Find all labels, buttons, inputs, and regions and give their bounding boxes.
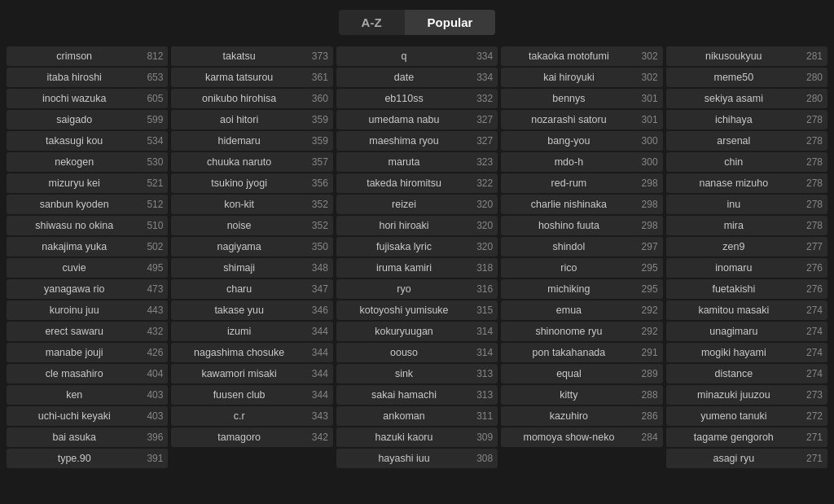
- list-item[interactable]: manabe jouji426: [7, 343, 168, 362]
- list-item[interactable]: onikubo hirohisa360: [171, 89, 332, 108]
- list-item[interactable]: kazuhiro286: [501, 406, 662, 426]
- list-item[interactable]: red-rum298: [501, 173, 662, 193]
- list-item[interactable]: kotoyoshi yumisuke315: [336, 300, 498, 320]
- list-item[interactable]: yumeno tanuki272: [666, 406, 827, 426]
- list-item[interactable]: chin278: [666, 152, 827, 172]
- list-item[interactable]: sanbun kyoden512: [7, 195, 168, 214]
- list-item[interactable]: tagame gengoroh271: [666, 427, 827, 447]
- list-item[interactable]: kon-kit352: [171, 195, 332, 214]
- list-item[interactable]: mdo-h300: [501, 152, 662, 172]
- list-item[interactable]: izumi344: [171, 322, 332, 341]
- list-item[interactable]: nagashima chosuke344: [171, 343, 332, 362]
- list-item[interactable]: aoi hitori359: [171, 110, 332, 129]
- list-item[interactable]: takaoka motofumi302: [501, 46, 662, 66]
- list-item[interactable]: takatsu373: [171, 46, 332, 66]
- tab-popular[interactable]: Popular: [405, 10, 496, 35]
- list-item[interactable]: meme50280: [666, 68, 827, 87]
- list-item[interactable]: tamagoro342: [171, 427, 332, 447]
- list-item[interactable]: zen9277: [666, 237, 827, 256]
- list-item[interactable]: emua292: [501, 300, 662, 320]
- list-item[interactable]: equal289: [501, 364, 662, 383]
- list-item[interactable]: hidemaru359: [171, 131, 332, 151]
- list-item[interactable]: noise352: [171, 216, 332, 235]
- list-item[interactable]: mira278: [666, 216, 827, 235]
- list-item[interactable]: rico295: [501, 258, 662, 278]
- list-item[interactable]: takasugi kou534: [7, 131, 168, 151]
- list-item[interactable]: nikusoukyuu281: [666, 46, 827, 66]
- list-item[interactable]: iruma kamiri318: [336, 258, 498, 278]
- list-item[interactable]: q334: [336, 46, 498, 66]
- list-item[interactable]: kuroinu juu443: [7, 300, 168, 320]
- list-item[interactable]: bang-you300: [501, 131, 662, 151]
- list-item[interactable]: ankoman311: [336, 406, 498, 426]
- list-item[interactable]: type.90391: [7, 449, 168, 468]
- list-item[interactable]: nekogen530: [7, 152, 168, 172]
- list-item[interactable]: shindol297: [501, 237, 662, 256]
- list-item[interactable]: yanagawa rio473: [7, 279, 168, 299]
- list-item[interactable]: unagimaru274: [666, 322, 827, 341]
- list-item[interactable]: cuvie495: [7, 258, 168, 278]
- list-item[interactable]: inu278: [666, 195, 827, 214]
- list-item[interactable]: maruta323: [336, 152, 498, 172]
- list-item[interactable]: mizuryu kei521: [7, 173, 168, 193]
- tab-az[interactable]: A-Z: [339, 10, 405, 35]
- list-item[interactable]: shimaji348: [171, 258, 332, 278]
- list-item[interactable]: reizei320: [336, 195, 498, 214]
- list-item[interactable]: takeda hiromitsu322: [336, 173, 498, 193]
- list-item[interactable]: nanase mizuho278: [666, 173, 827, 193]
- list-item[interactable]: nakajima yuka502: [7, 237, 168, 256]
- list-item[interactable]: maeshima ryou327: [336, 131, 498, 151]
- list-item[interactable]: hori hiroaki320: [336, 216, 498, 235]
- list-item[interactable]: fuusen club344: [171, 385, 332, 405]
- list-item[interactable]: shinonome ryu292: [501, 322, 662, 341]
- list-item[interactable]: kokuryuugan314: [336, 322, 498, 341]
- list-item[interactable]: cle masahiro404: [7, 364, 168, 383]
- list-item[interactable]: kamitou masaki274: [666, 300, 827, 320]
- list-item[interactable]: kawamori misaki344: [171, 364, 332, 383]
- list-item[interactable]: arsenal278: [666, 131, 827, 151]
- list-item[interactable]: bai asuka396: [7, 427, 168, 447]
- list-item[interactable]: takase yuu346: [171, 300, 332, 320]
- list-item[interactable]: asagi ryu271: [666, 449, 827, 468]
- list-item[interactable]: karma tatsurou361: [171, 68, 332, 87]
- list-item[interactable]: fujisaka lyric320: [336, 237, 498, 256]
- list-item[interactable]: distance274: [666, 364, 827, 383]
- list-item[interactable]: pon takahanada291: [501, 343, 662, 362]
- list-item[interactable]: uchi-uchi keyaki403: [7, 406, 168, 426]
- list-item[interactable]: tsukino jyogi356: [171, 173, 332, 193]
- list-item[interactable]: umedama nabu327: [336, 110, 498, 129]
- list-item[interactable]: kitty288: [501, 385, 662, 405]
- list-item[interactable]: sink313: [336, 364, 498, 383]
- list-item[interactable]: sekiya asami280: [666, 89, 827, 108]
- list-item[interactable]: ryo316: [336, 279, 498, 299]
- list-item[interactable]: eb110ss332: [336, 89, 498, 108]
- list-item[interactable]: sakai hamachi313: [336, 385, 498, 405]
- list-item[interactable]: chuuka naruto357: [171, 152, 332, 172]
- list-item[interactable]: crimson812: [7, 46, 168, 66]
- list-item[interactable]: date334: [336, 68, 498, 87]
- list-item[interactable]: nagiyama350: [171, 237, 332, 256]
- list-item[interactable]: michiking295: [501, 279, 662, 299]
- list-item[interactable]: nozarashi satoru301: [501, 110, 662, 129]
- list-item[interactable]: charu347: [171, 279, 332, 299]
- list-item[interactable]: charlie nishinaka298: [501, 195, 662, 214]
- list-item[interactable]: itaba hiroshi653: [7, 68, 168, 87]
- list-item[interactable]: hoshino fuuta298: [501, 216, 662, 235]
- list-item[interactable]: c.r343: [171, 406, 332, 426]
- list-item[interactable]: momoya show-neko284: [501, 427, 662, 447]
- list-item[interactable]: shiwasu no okina510: [7, 216, 168, 235]
- list-item[interactable]: fuetakishi276: [666, 279, 827, 299]
- list-item[interactable]: ichihaya278: [666, 110, 827, 129]
- list-item[interactable]: inomaru276: [666, 258, 827, 278]
- list-item[interactable]: kai hiroyuki302: [501, 68, 662, 87]
- list-item[interactable]: oouso314: [336, 343, 498, 362]
- list-item[interactable]: ken403: [7, 385, 168, 405]
- list-item[interactable]: bennys301: [501, 89, 662, 108]
- list-item[interactable]: mogiki hayami274: [666, 343, 827, 362]
- list-item[interactable]: erect sawaru432: [7, 322, 168, 341]
- list-item[interactable]: hazuki kaoru309: [336, 427, 498, 447]
- list-item[interactable]: inochi wazuka605: [7, 89, 168, 108]
- list-item[interactable]: saigado599: [7, 110, 168, 129]
- list-item[interactable]: hayashi iuu308: [336, 449, 498, 468]
- list-item[interactable]: minazuki juuzou273: [666, 385, 827, 405]
